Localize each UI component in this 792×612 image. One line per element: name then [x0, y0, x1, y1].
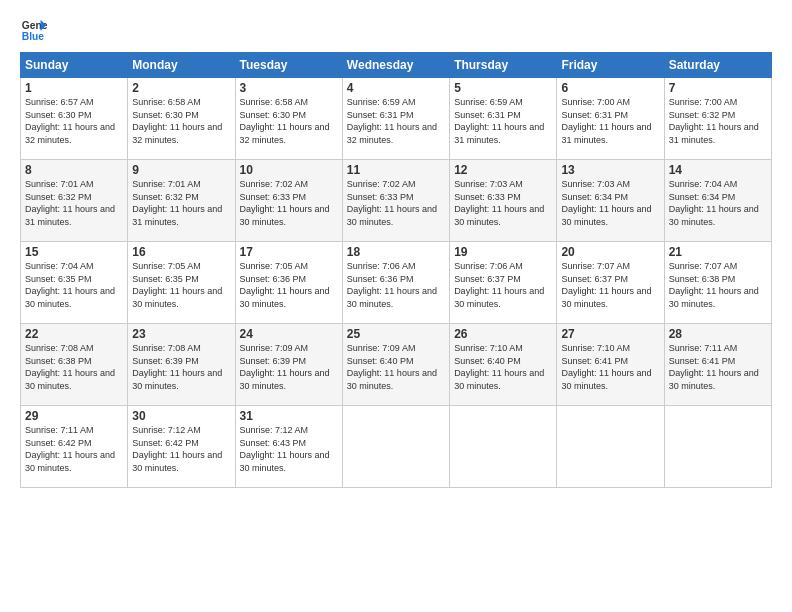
day-number: 25 — [347, 327, 445, 341]
day-info: Sunrise: 7:02 AM Sunset: 6:33 PM Dayligh… — [240, 178, 338, 228]
day-info: Sunrise: 7:00 AM Sunset: 6:32 PM Dayligh… — [669, 96, 767, 146]
day-info: Sunrise: 7:09 AM Sunset: 6:40 PM Dayligh… — [347, 342, 445, 392]
day-number: 7 — [669, 81, 767, 95]
day-number: 6 — [561, 81, 659, 95]
day-number: 9 — [132, 163, 230, 177]
day-info: Sunrise: 7:01 AM Sunset: 6:32 PM Dayligh… — [25, 178, 123, 228]
day-info: Sunrise: 7:11 AM Sunset: 6:41 PM Dayligh… — [669, 342, 767, 392]
calendar-cell: 10 Sunrise: 7:02 AM Sunset: 6:33 PM Dayl… — [235, 160, 342, 242]
day-number: 16 — [132, 245, 230, 259]
logo: General Blue — [20, 16, 48, 44]
day-number: 17 — [240, 245, 338, 259]
day-info: Sunrise: 6:57 AM Sunset: 6:30 PM Dayligh… — [25, 96, 123, 146]
calendar-cell: 19 Sunrise: 7:06 AM Sunset: 6:37 PM Dayl… — [450, 242, 557, 324]
day-number: 4 — [347, 81, 445, 95]
calendar-cell: 17 Sunrise: 7:05 AM Sunset: 6:36 PM Dayl… — [235, 242, 342, 324]
page: General Blue SundayMondayTuesdayWednesda… — [0, 0, 792, 612]
weekday-header-thursday: Thursday — [450, 53, 557, 78]
day-info: Sunrise: 7:03 AM Sunset: 6:34 PM Dayligh… — [561, 178, 659, 228]
day-info: Sunrise: 7:08 AM Sunset: 6:38 PM Dayligh… — [25, 342, 123, 392]
day-info: Sunrise: 7:01 AM Sunset: 6:32 PM Dayligh… — [132, 178, 230, 228]
day-info: Sunrise: 7:00 AM Sunset: 6:31 PM Dayligh… — [561, 96, 659, 146]
calendar-cell: 22 Sunrise: 7:08 AM Sunset: 6:38 PM Dayl… — [21, 324, 128, 406]
calendar-cell — [557, 406, 664, 488]
calendar-cell: 13 Sunrise: 7:03 AM Sunset: 6:34 PM Dayl… — [557, 160, 664, 242]
day-number: 20 — [561, 245, 659, 259]
calendar-cell: 4 Sunrise: 6:59 AM Sunset: 6:31 PM Dayli… — [342, 78, 449, 160]
day-info: Sunrise: 7:04 AM Sunset: 6:35 PM Dayligh… — [25, 260, 123, 310]
day-info: Sunrise: 7:12 AM Sunset: 6:42 PM Dayligh… — [132, 424, 230, 474]
day-info: Sunrise: 6:58 AM Sunset: 6:30 PM Dayligh… — [132, 96, 230, 146]
day-info: Sunrise: 7:04 AM Sunset: 6:34 PM Dayligh… — [669, 178, 767, 228]
calendar-cell: 25 Sunrise: 7:09 AM Sunset: 6:40 PM Dayl… — [342, 324, 449, 406]
day-number: 5 — [454, 81, 552, 95]
calendar-cell: 31 Sunrise: 7:12 AM Sunset: 6:43 PM Dayl… — [235, 406, 342, 488]
day-number: 1 — [25, 81, 123, 95]
calendar: SundayMondayTuesdayWednesdayThursdayFrid… — [20, 52, 772, 488]
day-number: 15 — [25, 245, 123, 259]
weekday-header-saturday: Saturday — [664, 53, 771, 78]
day-info: Sunrise: 6:59 AM Sunset: 6:31 PM Dayligh… — [347, 96, 445, 146]
header: General Blue — [20, 16, 772, 44]
day-number: 19 — [454, 245, 552, 259]
weekday-header-wednesday: Wednesday — [342, 53, 449, 78]
day-number: 30 — [132, 409, 230, 423]
day-info: Sunrise: 7:08 AM Sunset: 6:39 PM Dayligh… — [132, 342, 230, 392]
day-number: 31 — [240, 409, 338, 423]
day-number: 2 — [132, 81, 230, 95]
day-number: 11 — [347, 163, 445, 177]
calendar-cell: 26 Sunrise: 7:10 AM Sunset: 6:40 PM Dayl… — [450, 324, 557, 406]
day-number: 10 — [240, 163, 338, 177]
svg-text:Blue: Blue — [22, 31, 45, 42]
weekday-header-friday: Friday — [557, 53, 664, 78]
calendar-cell: 15 Sunrise: 7:04 AM Sunset: 6:35 PM Dayl… — [21, 242, 128, 324]
day-number: 26 — [454, 327, 552, 341]
logo-icon: General Blue — [20, 16, 48, 44]
calendar-cell: 6 Sunrise: 7:00 AM Sunset: 6:31 PM Dayli… — [557, 78, 664, 160]
day-number: 29 — [25, 409, 123, 423]
calendar-cell: 2 Sunrise: 6:58 AM Sunset: 6:30 PM Dayli… — [128, 78, 235, 160]
day-info: Sunrise: 7:09 AM Sunset: 6:39 PM Dayligh… — [240, 342, 338, 392]
day-number: 18 — [347, 245, 445, 259]
weekday-header-tuesday: Tuesday — [235, 53, 342, 78]
calendar-cell: 18 Sunrise: 7:06 AM Sunset: 6:36 PM Dayl… — [342, 242, 449, 324]
day-info: Sunrise: 7:12 AM Sunset: 6:43 PM Dayligh… — [240, 424, 338, 474]
calendar-cell: 3 Sunrise: 6:58 AM Sunset: 6:30 PM Dayli… — [235, 78, 342, 160]
calendar-cell: 5 Sunrise: 6:59 AM Sunset: 6:31 PM Dayli… — [450, 78, 557, 160]
day-number: 21 — [669, 245, 767, 259]
day-number: 3 — [240, 81, 338, 95]
calendar-cell: 12 Sunrise: 7:03 AM Sunset: 6:33 PM Dayl… — [450, 160, 557, 242]
calendar-cell: 23 Sunrise: 7:08 AM Sunset: 6:39 PM Dayl… — [128, 324, 235, 406]
calendar-cell: 28 Sunrise: 7:11 AM Sunset: 6:41 PM Dayl… — [664, 324, 771, 406]
day-info: Sunrise: 7:03 AM Sunset: 6:33 PM Dayligh… — [454, 178, 552, 228]
day-info: Sunrise: 7:10 AM Sunset: 6:41 PM Dayligh… — [561, 342, 659, 392]
weekday-header-monday: Monday — [128, 53, 235, 78]
day-info: Sunrise: 7:11 AM Sunset: 6:42 PM Dayligh… — [25, 424, 123, 474]
calendar-cell: 24 Sunrise: 7:09 AM Sunset: 6:39 PM Dayl… — [235, 324, 342, 406]
day-number: 14 — [669, 163, 767, 177]
day-info: Sunrise: 6:59 AM Sunset: 6:31 PM Dayligh… — [454, 96, 552, 146]
calendar-cell: 7 Sunrise: 7:00 AM Sunset: 6:32 PM Dayli… — [664, 78, 771, 160]
day-info: Sunrise: 7:06 AM Sunset: 6:36 PM Dayligh… — [347, 260, 445, 310]
day-info: Sunrise: 6:58 AM Sunset: 6:30 PM Dayligh… — [240, 96, 338, 146]
day-info: Sunrise: 7:07 AM Sunset: 6:38 PM Dayligh… — [669, 260, 767, 310]
calendar-cell: 8 Sunrise: 7:01 AM Sunset: 6:32 PM Dayli… — [21, 160, 128, 242]
calendar-cell: 11 Sunrise: 7:02 AM Sunset: 6:33 PM Dayl… — [342, 160, 449, 242]
calendar-cell: 1 Sunrise: 6:57 AM Sunset: 6:30 PM Dayli… — [21, 78, 128, 160]
calendar-cell: 27 Sunrise: 7:10 AM Sunset: 6:41 PM Dayl… — [557, 324, 664, 406]
day-number: 12 — [454, 163, 552, 177]
day-info: Sunrise: 7:10 AM Sunset: 6:40 PM Dayligh… — [454, 342, 552, 392]
day-number: 23 — [132, 327, 230, 341]
calendar-cell: 9 Sunrise: 7:01 AM Sunset: 6:32 PM Dayli… — [128, 160, 235, 242]
day-number: 8 — [25, 163, 123, 177]
day-number: 28 — [669, 327, 767, 341]
calendar-cell: 30 Sunrise: 7:12 AM Sunset: 6:42 PM Dayl… — [128, 406, 235, 488]
day-number: 24 — [240, 327, 338, 341]
day-info: Sunrise: 7:06 AM Sunset: 6:37 PM Dayligh… — [454, 260, 552, 310]
calendar-cell — [664, 406, 771, 488]
day-number: 13 — [561, 163, 659, 177]
weekday-header-sunday: Sunday — [21, 53, 128, 78]
day-number: 27 — [561, 327, 659, 341]
day-number: 22 — [25, 327, 123, 341]
day-info: Sunrise: 7:05 AM Sunset: 6:35 PM Dayligh… — [132, 260, 230, 310]
